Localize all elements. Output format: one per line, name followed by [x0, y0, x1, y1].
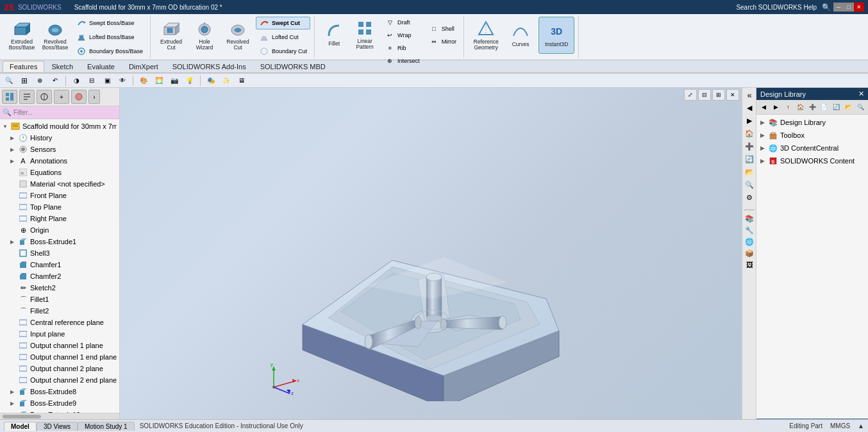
linear-pattern-button[interactable]: LinearPattern: [351, 17, 379, 53]
status-tab-model[interactable]: Model: [4, 422, 37, 431]
vp-restore-btn[interactable]: ⊟: [698, 89, 711, 101]
tree-item-top-plane[interactable]: Top Plane: [9, 201, 118, 213]
tree-item-boss-extrude1[interactable]: ▶ Boss-Extrude1: [9, 236, 118, 247]
realview-btn[interactable]: ✨: [220, 75, 233, 87]
tree-item-sensors[interactable]: ▶ Sensors: [9, 144, 118, 155]
rp-toolbox-btn[interactable]: 🔧: [744, 224, 755, 236]
monitor-btn[interactable]: 🖥: [235, 75, 248, 87]
extruded-cut-button[interactable]: ExtrudedCut: [156, 17, 187, 54]
intersect-button[interactable]: ⊕ Intersect: [381, 55, 423, 67]
tab-sketch[interactable]: Sketch: [44, 61, 80, 72]
tree-item-output-ch1-end[interactable]: Output channel 1 end plane: [9, 351, 118, 363]
rp-sw-content-btn[interactable]: 📦: [744, 247, 755, 259]
tree-item-output-ch2[interactable]: Output channel 2 plane: [9, 363, 118, 374]
reference-geometry-button[interactable]: ReferenceGeometry: [469, 17, 503, 54]
tree-item-chamfer2[interactable]: Chamfer2: [9, 270, 118, 282]
curves-button[interactable]: Curves: [505, 17, 536, 54]
scroll-thumb[interactable]: [3, 415, 41, 419]
rp-collapse-btn[interactable]: «: [744, 89, 755, 101]
tree-item-shell3[interactable]: Shell3: [9, 247, 118, 259]
tree-item-boss-extrude8[interactable]: ▶ Boss-Extrude8: [9, 386, 118, 397]
expand-panel-btn[interactable]: ›: [88, 90, 100, 104]
search-icon[interactable]: 🔍: [822, 3, 831, 12]
close-button[interactable]: ✕: [854, 3, 864, 12]
zoom-area-btn[interactable]: ⊕: [33, 75, 46, 87]
mirror-button[interactable]: ⇔ Mirror: [426, 36, 460, 47]
dlib-item-sw-content[interactable]: ▶ S SOLIDWORKS Content: [758, 154, 867, 167]
rib-button[interactable]: ≡ Rib: [381, 42, 423, 54]
design-lib-close-btn[interactable]: ✕: [858, 90, 864, 98]
rp-nav-back-btn[interactable]: ◀: [744, 102, 755, 113]
prev-view-btn[interactable]: ↶: [49, 75, 62, 87]
tree-item-chamfer1[interactable]: Chamfer1: [9, 259, 118, 270]
tree-item-origin[interactable]: ⊕ Origin: [9, 224, 118, 236]
zoom-fit-btn[interactable]: ⊞: [18, 75, 31, 87]
section-view-btn[interactable]: ▣: [101, 75, 113, 87]
dlib-add-btn[interactable]: ➕: [807, 101, 818, 113]
dlib-refresh-btn[interactable]: 🔄: [831, 101, 842, 113]
display-manager-btn[interactable]: [71, 90, 87, 104]
tree-item-output-ch2-end[interactable]: Output channel 2 end plane: [9, 374, 118, 386]
scene-btn[interactable]: 🌅: [153, 75, 165, 87]
tree-item-annotations[interactable]: ▶ A Annotations: [9, 155, 118, 167]
dlib-item-design-library[interactable]: ▶ 📚 Design Library: [758, 116, 867, 129]
view-orient-btn[interactable]: ⊟: [85, 75, 98, 87]
hole-wizard-button[interactable]: HoleWizard: [189, 17, 220, 54]
swept-boss-button[interactable]: Swept Boss/Base: [73, 17, 146, 29]
shell-button[interactable]: □ Shell: [426, 23, 460, 35]
hide-show-btn[interactable]: 👁: [116, 75, 129, 87]
tab-evaluate[interactable]: Evaluate: [80, 61, 122, 72]
swept-cut-button[interactable]: Swept Cut: [256, 17, 310, 29]
left-scrollbar[interactable]: [0, 413, 120, 419]
rp-view-btn[interactable]: 🖼: [744, 259, 755, 270]
rp-design-lib-btn[interactable]: 📚: [744, 213, 755, 224]
dimxpert-manager-btn[interactable]: +: [54, 90, 69, 104]
tree-item-fillet2[interactable]: ⌒ Fillet2: [9, 305, 118, 317]
rp-open-btn[interactable]: 📂: [744, 166, 755, 178]
rp-search-btn[interactable]: 🔍: [744, 179, 755, 190]
status-tab-3dviews[interactable]: 3D Views: [37, 422, 78, 431]
vp-maximize-btn[interactable]: ⤢: [684, 89, 697, 101]
minimize-button[interactable]: ─: [833, 3, 844, 12]
color-display-btn[interactable]: 🎭: [204, 75, 217, 87]
vp-tile-btn[interactable]: ⊞: [712, 89, 725, 101]
tree-item-output-ch1[interactable]: Output channel 1 plane: [9, 340, 118, 351]
dlib-item-toolbox[interactable]: ▶ Toolbox: [758, 129, 867, 142]
display-mode-btn[interactable]: ◑: [70, 75, 83, 87]
rp-add-btn[interactable]: ➕: [744, 140, 755, 152]
tree-item-front-plane[interactable]: Front Plane: [9, 190, 118, 201]
tree-item-sketch2[interactable]: ✏ Sketch2: [9, 282, 118, 294]
fillet-button[interactable]: Fillet: [320, 17, 348, 53]
boundary-cut-button[interactable]: Boundary Cut: [256, 45, 310, 58]
vp-close-btn[interactable]: ✕: [726, 89, 739, 101]
property-manager-btn[interactable]: [19, 90, 35, 104]
draft-button[interactable]: ▽ Draft: [381, 17, 423, 28]
tree-item-equations[interactable]: = Equations: [9, 167, 118, 178]
rp-content-btn[interactable]: 🌐: [744, 236, 755, 247]
cameras-btn[interactable]: 📷: [168, 75, 181, 87]
tree-item-central-ref[interactable]: Central reference plane: [9, 317, 118, 328]
tree-item-fillet1[interactable]: ⌒ Fillet1: [9, 294, 118, 305]
rp-settings-btn[interactable]: ⚙: [744, 192, 755, 203]
tree-item-input-plane[interactable]: Input plane: [9, 328, 118, 340]
instant3d-button[interactable]: 3D Instant3D: [538, 17, 574, 54]
tree-item-boss-extrude9[interactable]: ▶ Boss-Extrude9: [9, 397, 118, 409]
tree-item-right-plane[interactable]: Right Plane: [9, 213, 118, 224]
dlib-fwd-btn[interactable]: ▶: [771, 101, 781, 113]
dlib-open-btn[interactable]: 📂: [843, 101, 854, 113]
rp-home-btn[interactable]: 🏠: [744, 128, 755, 139]
lofted-boss-button[interactable]: Lofted Boss/Base: [73, 31, 146, 44]
boundary-boss-button[interactable]: Boundary Boss/Base: [73, 45, 146, 58]
extruded-boss-button[interactable]: ExtrudedBoss/Base: [6, 17, 37, 54]
tree-item-material[interactable]: Material <not specified>: [9, 178, 118, 190]
status-tab-motion-study[interactable]: Motion Study 1: [78, 422, 135, 431]
dlib-filter-btn[interactable]: 🔍: [855, 101, 866, 113]
appearance-btn[interactable]: 🎨: [137, 75, 150, 87]
revolved-boss-button[interactable]: RevolvedBoss/Base: [40, 17, 71, 54]
lights-btn[interactable]: 💡: [183, 75, 196, 87]
tab-features[interactable]: Features: [3, 61, 44, 72]
tree-item-root[interactable]: ▼ Scaffold mould for 30mm x 7mm OD b: [1, 120, 118, 132]
tab-dimxpert[interactable]: DimXpert: [122, 61, 165, 72]
dlib-up-btn[interactable]: ↑: [783, 101, 794, 113]
lofted-cut-button[interactable]: Lofted Cut: [256, 31, 310, 44]
